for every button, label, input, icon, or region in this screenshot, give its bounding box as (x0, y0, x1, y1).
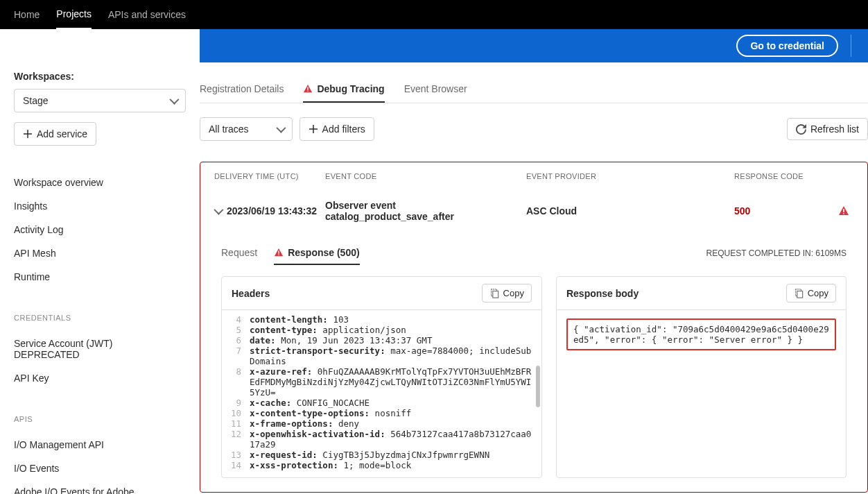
copy-icon (489, 289, 499, 298)
refresh-label: Refresh list (810, 124, 859, 135)
sidebar-item-api-key[interactable]: API Key (14, 366, 186, 390)
code-line: 14x-xss-protection: 1; mode=block (222, 460, 541, 470)
workspaces-label: Workspaces: (14, 71, 186, 82)
svg-rect-3 (843, 213, 844, 214)
headers-panel: Headers Copy 4content-length: 1035conten… (221, 276, 542, 478)
go-to-credential-button[interactable]: Go to credential (736, 35, 838, 57)
row-event-code: Observer event catalog_product_save_afte… (325, 200, 526, 222)
code-line: 11x-frame-options: deny (222, 418, 541, 429)
copy-label: Copy (808, 288, 828, 298)
warning-icon (303, 84, 313, 94)
nav-projects[interactable]: Projects (56, 0, 92, 29)
row-response-code: 500 (734, 205, 838, 216)
workspace-select[interactable]: Stage (14, 89, 186, 112)
traces-dropdown[interactable]: All traces (200, 117, 293, 141)
sidebar-item-runtime[interactable]: Runtime (14, 265, 186, 289)
apis-heading: APIS (14, 415, 186, 423)
svg-rect-7 (492, 291, 498, 298)
detail-tab-response-label: Response (500) (288, 247, 359, 258)
tab-event-browser[interactable]: Event Browser (404, 76, 467, 103)
headers-title: Headers (232, 288, 270, 299)
code-line: 8x-azure-ref: 0hFuQZAAAAAB9KrMTolYqTpFx7… (222, 366, 541, 398)
sidebar-item-io-events[interactable]: I/O Events (14, 457, 186, 480)
sidebar-item-overview[interactable]: Workspace overview (14, 171, 186, 194)
warning-icon (838, 205, 849, 216)
code-line: 6date: Mon, 19 Jun 2023 13:43:37 GMT (222, 335, 541, 346)
sidebar-item-adobe-io-commerce[interactable]: Adobe I/O Events for Adobe Commerce (14, 480, 139, 494)
headers-code[interactable]: 4content-length: 1035content-type: appli… (222, 310, 541, 477)
sidebar-item-jwt[interactable]: Service Account (JWT) DEPRECATED (14, 332, 125, 366)
svg-rect-9 (797, 291, 802, 298)
svg-rect-2 (843, 209, 844, 212)
sidebar-item-api-mesh[interactable]: API Mesh (14, 241, 186, 265)
copy-body-button[interactable]: Copy (786, 284, 836, 303)
code-line: 10x-content-type-options: nosniff (222, 408, 541, 418)
trace-detail-panel: Request Response (500) REQUEST COMPLETED… (200, 232, 867, 492)
add-service-label: Add service (37, 128, 87, 139)
chevron-down-icon (214, 205, 223, 215)
nav-home[interactable]: Home (14, 1, 40, 28)
code-line: 4content-length: 103 (222, 314, 541, 325)
tab-debug-tracing[interactable]: Debug Tracing (303, 76, 384, 103)
chevron-down-icon (169, 95, 179, 105)
banner-divider (851, 35, 851, 57)
sidebar-item-io-management[interactable]: I/O Management API (14, 433, 186, 457)
top-nav: Home Projects APIs and services (0, 0, 868, 29)
row-time: 2023/06/19 13:43:32 (227, 205, 317, 216)
code-line: 9x-cache: CONFIG_NOCACHE (222, 398, 541, 408)
response-body-title: Response body (566, 288, 639, 299)
th-delivery-time: DELIVERY TIME (UTC) (214, 172, 325, 180)
scrollbar[interactable] (536, 366, 540, 407)
tab-registration-details[interactable]: Registration Details (200, 76, 284, 103)
credential-banner: Go to credential (200, 29, 868, 62)
plus-icon (309, 124, 318, 134)
sidebar-item-insights[interactable]: Insights (14, 194, 186, 218)
code-line: 7strict-transport-security: max-age=7884… (222, 346, 541, 366)
main-content: Go to credential Registration Details De… (200, 29, 868, 494)
plus-icon (23, 129, 33, 139)
copy-label: Copy (503, 288, 524, 298)
main-tabs: Registration Details Debug Tracing Event… (200, 76, 868, 103)
sidebar: Workspaces: Stage Add service Workspace … (0, 29, 200, 494)
svg-rect-0 (308, 87, 309, 90)
code-line: 12x-openwhisk-activation-id: 564b73127ca… (222, 429, 541, 450)
th-event-provider: EVENT PROVIDER (526, 172, 734, 180)
traces-table: DELIVERY TIME (UTC) EVENT CODE EVENT PRO… (200, 162, 868, 493)
code-line: 5content-type: application/json (222, 325, 541, 335)
workspace-selected: Stage (23, 95, 49, 106)
credentials-heading: CREDENTIALS (14, 314, 186, 322)
add-filters-label: Add filters (322, 124, 365, 135)
detail-tab-request[interactable]: Request (221, 241, 257, 265)
code-line: 13x-request-id: CiygTB3j5JbyzdmajCNxJfpw… (222, 450, 541, 460)
detail-tab-response[interactable]: Response (500) (274, 241, 359, 265)
nav-apis[interactable]: APIs and services (108, 1, 186, 28)
refresh-icon (796, 124, 806, 135)
row-provider: ASC Cloud (526, 205, 734, 216)
warning-icon (274, 248, 284, 257)
add-service-button[interactable]: Add service (14, 122, 96, 146)
request-completion-time: REQUEST COMPLETED IN: 6109MS (706, 248, 847, 258)
th-event-code: EVENT CODE (325, 172, 526, 180)
svg-rect-5 (278, 255, 279, 255)
refresh-list-button[interactable]: Refresh list (787, 118, 868, 140)
copy-headers-button[interactable]: Copy (482, 284, 532, 303)
chevron-down-icon (276, 124, 286, 133)
tab-debug-label: Debug Tracing (317, 83, 384, 94)
copy-icon (794, 289, 804, 298)
table-row[interactable]: 2023/06/19 13:43:32 Observer event catal… (200, 190, 867, 232)
sidebar-item-activity-log[interactable]: Activity Log (14, 218, 186, 241)
table-header: DELIVERY TIME (UTC) EVENT CODE EVENT PRO… (200, 162, 867, 190)
response-body-panel: Response body Copy { "activation_id": "7… (556, 276, 847, 478)
svg-rect-1 (308, 91, 309, 92)
filters-row: All traces Add filters Refresh list (200, 117, 868, 141)
svg-rect-4 (278, 250, 279, 253)
add-filters-button[interactable]: Add filters (300, 117, 374, 141)
traces-dropdown-label: All traces (209, 124, 249, 135)
th-response-code: RESPONSE CODE (734, 172, 838, 180)
response-body-content: { "activation_id": "709a6c5d0400429e9a6c… (566, 318, 836, 350)
